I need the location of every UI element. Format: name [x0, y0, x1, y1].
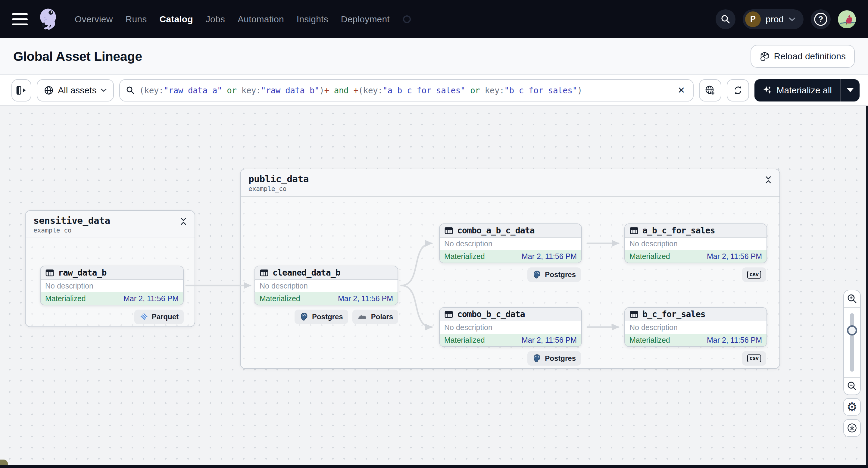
asset-description: No description [625, 238, 767, 250]
postgres-icon [300, 312, 309, 321]
help-button[interactable]: ? [811, 9, 831, 29]
page-header: Global Asset Lineage Reload definitions [0, 38, 868, 75]
asset-status-row: Materialized Mar 2, 11:56 PM [440, 250, 581, 262]
asset-node-combo-b-c-data[interactable]: combo_b_c_data No description Materializ… [439, 307, 582, 347]
user-avatar[interactable] [838, 10, 856, 28]
nav-right: P prod ? [716, 9, 856, 29]
zoom-slider-thumb[interactable] [847, 325, 857, 336]
menu-icon[interactable] [12, 13, 28, 25]
asset-search-input[interactable]: (key:"raw_data_a" or key:"raw_data_b")+ … [119, 79, 693, 101]
badge-row: Postgres [438, 268, 581, 282]
group-header[interactable]: sensitive_data example_co [26, 211, 194, 238]
csv-icon: csv [747, 354, 761, 362]
asset-node-cleaned-data-b[interactable]: cleaned_data_b No description Materializ… [254, 266, 398, 305]
materialize-options-button[interactable] [840, 79, 860, 101]
asset-name: raw_data_b [58, 268, 106, 278]
postgres-icon [532, 270, 541, 279]
status-label: Materialized [629, 252, 670, 261]
asset-status-row: Materialized Mar 2, 11:56 PM [255, 292, 398, 305]
nav-links: Overview Runs Catalog Jobs Automation In… [75, 14, 411, 24]
asset-scope-selector[interactable]: All assets [37, 79, 114, 101]
nav-item-deployment[interactable]: Deployment [341, 14, 390, 24]
reload-definitions-button[interactable]: Reload definitions [750, 45, 855, 68]
dagster-logo-icon[interactable] [36, 7, 61, 32]
collapse-group-icon[interactable] [765, 176, 772, 184]
asset-node-combo-a-b-c-data[interactable]: combo_a_b_c_data No description Material… [439, 223, 582, 263]
status-label: Materialized [444, 336, 485, 345]
workspace-switcher[interactable]: P prod [743, 9, 804, 29]
group-header[interactable]: public_data example_co [241, 169, 779, 197]
kind-badge-postgres: Postgres [527, 268, 581, 282]
nav-item-insights[interactable]: Insights [297, 14, 328, 24]
materialize-all-split-button: Materialize all [754, 79, 860, 101]
filter-scope-button[interactable] [699, 79, 721, 101]
help-icon: ? [813, 11, 829, 27]
clear-search-icon[interactable]: ✕ [676, 85, 687, 95]
search-icon [126, 86, 135, 95]
collapse-group-icon[interactable] [180, 217, 187, 225]
badge-row: Postgres [438, 351, 581, 366]
asset-status-row: Materialized Mar 2, 11:56 PM [440, 334, 581, 346]
asset-description: No description [255, 280, 398, 292]
csv-icon: csv [747, 271, 761, 279]
asset-name: b_c_for_sales [643, 309, 705, 319]
globe-plus-icon [705, 85, 715, 95]
kind-badge-parquet: Parquet [134, 310, 184, 324]
loading-spinner-icon [403, 15, 411, 23]
group-title: sensitive_data [33, 215, 110, 226]
zoom-slider-track[interactable] [850, 313, 854, 372]
open-panel-button[interactable] [11, 79, 31, 101]
nav-item-catalog[interactable]: Catalog [159, 14, 193, 24]
asset-name: combo_b_c_data [457, 309, 525, 319]
nav-item-jobs[interactable]: Jobs [206, 14, 225, 24]
materialized-timestamp: Mar 2, 11:56 PM [522, 336, 577, 345]
kind-badge-polars: Polars [352, 310, 398, 324]
status-label: Materialized [629, 336, 670, 345]
asset-node-a-b-c-for-sales[interactable]: a_b_c_for_sales No description Materiali… [624, 223, 767, 263]
asset-description: No description [625, 321, 767, 334]
search-button[interactable] [716, 9, 736, 29]
group-title: public_data [248, 174, 309, 184]
search-icon [720, 14, 731, 24]
badge-row: csv [623, 268, 766, 282]
materialize-all-button[interactable]: Materialize all [754, 79, 840, 101]
asset-name: a_b_c_for_sales [643, 225, 715, 236]
download-graph-button[interactable] [843, 419, 861, 437]
asset-name: combo_a_b_c_data [457, 225, 535, 236]
svg-text:?: ? [818, 15, 824, 24]
zoom-in-button[interactable] [844, 290, 860, 307]
materialized-timestamp: Mar 2, 11:56 PM [707, 336, 762, 345]
zoom-control [843, 290, 861, 395]
right-panel-edge [866, 106, 868, 468]
zoom-out-button[interactable] [844, 378, 860, 395]
reload-package-icon [760, 51, 770, 61]
materialize-all-label: Materialize all [777, 85, 832, 95]
reload-definitions-label: Reload definitions [774, 51, 846, 61]
nav-item-automation[interactable]: Automation [238, 14, 284, 24]
asset-selection-query: (key:"raw_data_a" or key:"raw_data_b")+ … [139, 86, 671, 95]
asset-status-row: Materialized Mar 2, 11:56 PM [41, 292, 183, 305]
materialized-timestamp: Mar 2, 11:56 PM [707, 252, 762, 261]
kind-badge-postgres: Postgres [527, 351, 581, 366]
asset-node-raw-data-b[interactable]: raw_data_b No description Materialized M… [40, 266, 184, 305]
materialized-timestamp: Mar 2, 11:56 PM [522, 252, 577, 261]
table-icon [259, 268, 269, 277]
lineage-canvas[interactable]: sensitive_data example_co public_data ex… [0, 106, 868, 468]
group-location: example_co [33, 227, 110, 234]
zoom-slider[interactable] [844, 308, 860, 377]
asset-node-b-c-for-sales[interactable]: b_c_for_sales No description Materialize… [624, 307, 767, 347]
asset-scope-label: All assets [58, 85, 96, 95]
graph-settings-button[interactable]: ⚙ [843, 398, 861, 415]
table-icon [444, 310, 453, 319]
asset-description: No description [41, 280, 183, 292]
postgres-icon [532, 354, 541, 363]
nav-item-runs[interactable]: Runs [126, 14, 147, 24]
kind-badge-postgres: Postgres [294, 310, 348, 324]
kind-badge-csv: csv [742, 268, 766, 282]
refresh-button[interactable] [727, 79, 749, 101]
top-nav: Overview Runs Catalog Jobs Automation In… [0, 0, 868, 38]
page-title: Global Asset Lineage [13, 49, 142, 64]
nav-item-overview[interactable]: Overview [75, 14, 113, 24]
gear-icon: ⚙ [847, 401, 858, 413]
badge-row: Postgres Polars [254, 310, 398, 324]
